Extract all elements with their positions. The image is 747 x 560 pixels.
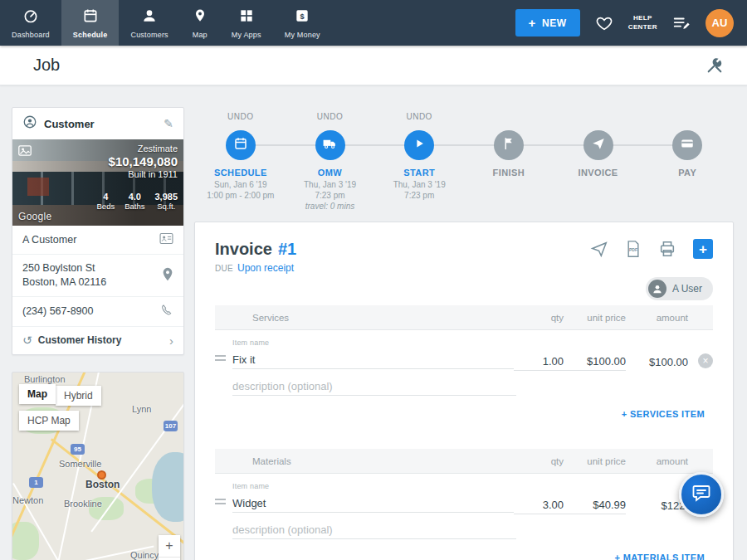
material-item-name-input[interactable] bbox=[232, 494, 514, 513]
item-name-column: Item name bbox=[232, 482, 514, 513]
step-label: START bbox=[374, 168, 464, 178]
map-type-button-hcp[interactable]: HCP Map bbox=[19, 411, 79, 431]
play-icon bbox=[412, 136, 427, 154]
service-amount: $100.00 bbox=[626, 338, 688, 368]
new-button[interactable]: NEW bbox=[515, 9, 580, 37]
service-unit-price-input[interactable] bbox=[564, 353, 626, 371]
address-line1: 250 Boylston St bbox=[22, 261, 106, 275]
heart-icon[interactable] bbox=[595, 14, 613, 32]
nav-right-cluster: NEW HELP CENTER AU bbox=[515, 0, 747, 46]
start-step-button[interactable] bbox=[404, 130, 434, 160]
undo-link[interactable]: UNDO bbox=[374, 112, 464, 125]
service-description-input[interactable] bbox=[232, 377, 516, 396]
customer-history-row[interactable]: ↺ Customer History › bbox=[12, 326, 183, 354]
help-center-line2: CENTER bbox=[628, 23, 657, 32]
property-photo[interactable]: Zestimate $10,149,080 Built in 1911 4 Be… bbox=[12, 139, 183, 226]
apps-grid-icon bbox=[238, 7, 255, 27]
nav-item-schedule[interactable]: Schedule bbox=[61, 0, 120, 46]
pdf-icon[interactable]: PDF bbox=[625, 240, 642, 258]
step-date: Thu, Jan 3 '19 bbox=[286, 179, 375, 190]
schedule-icon bbox=[82, 7, 99, 27]
add-invoice-item-button[interactable] bbox=[693, 239, 713, 259]
omw-step-button[interactable] bbox=[315, 130, 345, 160]
nav-item-customers[interactable]: Customers bbox=[119, 0, 179, 46]
contact-card-icon[interactable] bbox=[159, 232, 173, 247]
assigned-user-chip[interactable]: A User bbox=[646, 277, 713, 300]
help-center-button[interactable]: HELP CENTER bbox=[628, 14, 657, 32]
nav-item-my-money[interactable]: $ My Money bbox=[273, 0, 332, 46]
drag-handle-icon[interactable] bbox=[215, 338, 232, 363]
flag-icon bbox=[501, 136, 516, 154]
top-nav: Dashboard Schedule Customers Map My Apps bbox=[0, 0, 747, 46]
pay-step-button[interactable] bbox=[672, 130, 702, 160]
map-widget[interactable]: Burlington Lynn Somerville Boston Newton… bbox=[12, 372, 184, 560]
map-label-boston: Boston bbox=[85, 479, 120, 490]
property-stats: 4 Beds 4.0 Baths 3,985 Sq.ft. bbox=[97, 192, 178, 211]
service-item-name-input[interactable] bbox=[232, 351, 514, 369]
map-type-button-hybrid[interactable]: Hybrid bbox=[56, 386, 101, 406]
zoom-out-button[interactable]: − bbox=[159, 557, 180, 560]
material-description-row bbox=[232, 521, 516, 539]
phone-icon[interactable] bbox=[160, 304, 173, 319]
avatar-initials: AU bbox=[712, 17, 728, 29]
nav-item-my-apps[interactable]: My Apps bbox=[220, 0, 273, 46]
section-title: Materials bbox=[252, 456, 514, 466]
plus-icon bbox=[529, 16, 536, 30]
qty-column bbox=[514, 338, 564, 371]
stat-value: 4.0 bbox=[124, 192, 144, 202]
due-line: DUE Upon receipt bbox=[215, 262, 713, 274]
customer-circle-icon bbox=[22, 114, 37, 133]
user-avatar[interactable]: AU bbox=[706, 9, 734, 37]
nav-item-dashboard[interactable]: Dashboard bbox=[0, 0, 61, 46]
map-type-button-map[interactable]: Map bbox=[19, 384, 56, 404]
stat-value: 4 bbox=[97, 192, 115, 202]
highway-shield-95: 95 bbox=[71, 444, 85, 455]
truck-icon bbox=[322, 136, 338, 155]
service-qty-input[interactable] bbox=[514, 353, 564, 371]
history-clock-icon: ↺ bbox=[22, 334, 32, 347]
undo-placeholder bbox=[642, 112, 732, 125]
drag-handle-icon[interactable] bbox=[215, 482, 232, 507]
timeline-step-finish: FINISH bbox=[464, 107, 554, 212]
customer-address-row: 250 Boylston St Boston, MA 02116 bbox=[12, 254, 183, 296]
location-pin-icon[interactable] bbox=[162, 267, 173, 284]
svg-text:$: $ bbox=[300, 12, 305, 20]
step-label: INVOICE bbox=[554, 168, 643, 178]
due-terms-link[interactable]: Upon receipt bbox=[237, 262, 294, 274]
highway-shield-107: 107 bbox=[164, 421, 178, 431]
finish-step-button[interactable] bbox=[494, 130, 524, 160]
remove-item-button[interactable] bbox=[698, 353, 713, 368]
map-water bbox=[152, 452, 184, 522]
step-time: 7:23 pm bbox=[374, 190, 464, 201]
invoice-header: Invoice #1 PDF bbox=[215, 239, 713, 259]
undo-link[interactable]: UNDO bbox=[286, 112, 375, 125]
customer-phone: (234) 567-8900 bbox=[22, 304, 93, 319]
customer-name-row: A Customer bbox=[12, 226, 183, 254]
send-invoice-icon[interactable] bbox=[590, 240, 608, 258]
section-title: Services bbox=[252, 313, 514, 323]
schedule-step-button[interactable] bbox=[226, 130, 256, 160]
qty-column-header: qty bbox=[514, 313, 564, 323]
step-date: Thu, Jan 3 '19 bbox=[374, 179, 464, 190]
remove-column bbox=[688, 338, 713, 368]
material-description-input[interactable] bbox=[232, 521, 516, 539]
material-qty-input[interactable] bbox=[514, 496, 564, 514]
step-label: OMW bbox=[286, 168, 375, 178]
material-unit-price-input[interactable] bbox=[564, 496, 626, 514]
main-column: UNDO SCHEDULE Sun, Jan 6 '19 1:00 pm - 2… bbox=[194, 107, 734, 560]
job-tools-icon[interactable] bbox=[706, 56, 724, 75]
chevron-right-icon: › bbox=[169, 334, 173, 348]
nav-item-map[interactable]: Map bbox=[180, 0, 220, 46]
customer-history-label: Customer History bbox=[38, 334, 122, 346]
add-services-item-link[interactable]: + SERVICES ITEM bbox=[215, 396, 713, 424]
edit-pencil-icon[interactable]: ✎ bbox=[164, 117, 173, 130]
chat-launcher-button[interactable] bbox=[679, 472, 724, 517]
app-window: Dashboard Schedule Customers Map My Apps bbox=[0, 0, 747, 560]
qty-column-header: qty bbox=[514, 456, 564, 466]
zoom-in-button[interactable]: + bbox=[159, 535, 180, 557]
print-icon[interactable] bbox=[658, 240, 676, 258]
undo-link[interactable]: UNDO bbox=[196, 112, 286, 125]
notes-pencil-icon[interactable] bbox=[672, 14, 691, 32]
add-materials-item-link[interactable]: + MATERIALS ITEM bbox=[215, 539, 713, 560]
invoice-step-button[interactable] bbox=[583, 130, 613, 160]
